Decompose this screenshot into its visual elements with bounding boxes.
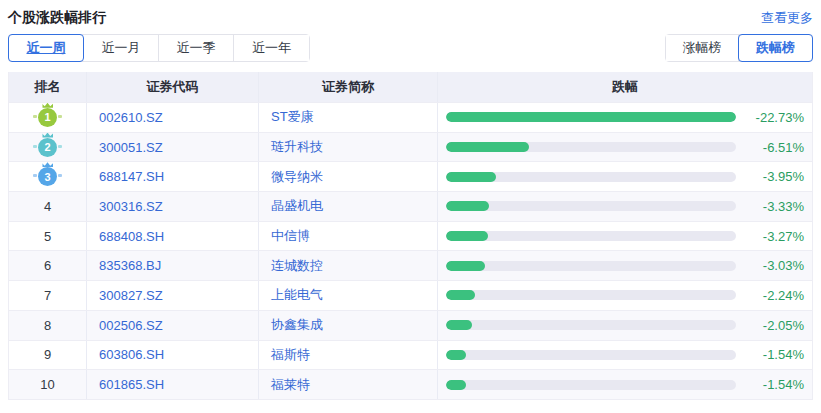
page-title: 个股涨跌幅排行	[8, 9, 106, 27]
stock-code-link[interactable]: 603806.SH	[99, 347, 164, 362]
change-bar	[446, 290, 475, 300]
stock-name-link[interactable]: 上能电气	[271, 286, 323, 304]
rank-number: 10	[40, 377, 54, 392]
view-more-link[interactable]: 查看更多	[761, 9, 813, 27]
tab-last-month[interactable]: 近一月	[84, 35, 159, 61]
toolbar: 近一周 近一月 近一季 近一年 涨幅榜 跌幅榜	[8, 34, 813, 62]
tab-last-week[interactable]: 近一周	[9, 35, 84, 61]
column-header-change: 跌幅	[438, 72, 812, 102]
stock-code-link[interactable]: 688147.SH	[99, 169, 164, 184]
change-percent: -2.05%	[736, 318, 812, 333]
stock-name-link[interactable]: ST爱康	[271, 108, 314, 126]
column-header-rank: 排名	[9, 72, 87, 102]
stock-code-link[interactable]: 002610.SZ	[99, 110, 163, 125]
change-percent: -3.03%	[736, 258, 812, 273]
change-percent: -3.33%	[736, 199, 812, 214]
change-bar	[446, 112, 736, 122]
stock-name-link[interactable]: 晶盛机电	[271, 197, 323, 215]
rank-medal-icon: 2	[38, 138, 57, 157]
change-percent: -3.27%	[736, 229, 812, 244]
change-bar-track	[446, 320, 736, 330]
tab-last-year[interactable]: 近一年	[234, 35, 309, 61]
change-percent: -3.95%	[736, 169, 812, 184]
change-percent: -1.54%	[736, 377, 812, 392]
rank-number: 9	[44, 347, 51, 362]
table-row[interactable]: 1 002610.SZ ST爱康 -22.73%	[9, 102, 812, 132]
rank-number: 7	[44, 288, 51, 303]
tab-losers-board[interactable]: 跌幅榜	[739, 35, 812, 61]
widget-header: 个股涨跌幅排行 查看更多	[8, 0, 813, 30]
change-bar	[446, 142, 529, 152]
board-tabs: 涨幅榜 跌幅榜	[665, 34, 813, 62]
change-bar	[446, 320, 472, 330]
stock-code-link[interactable]: 300051.SZ	[99, 140, 163, 155]
rank-number: 8	[44, 318, 51, 333]
table-row[interactable]: 8 002506.SZ 协鑫集成 -2.05%	[9, 310, 812, 340]
stock-code-link[interactable]: 002506.SZ	[99, 318, 163, 333]
stock-code-link[interactable]: 688408.SH	[99, 229, 164, 244]
stock-name-link[interactable]: 中信博	[271, 227, 310, 245]
change-bar	[446, 380, 466, 390]
change-bar-track	[446, 380, 736, 390]
change-bar-track	[446, 231, 736, 241]
stock-code-link[interactable]: 601865.SH	[99, 377, 164, 392]
rank-medal-icon: 3	[38, 167, 57, 186]
table-row[interactable]: 3 688147.SH 微导纳米 -3.95%	[9, 161, 812, 191]
table-row[interactable]: 10 601865.SH 福莱特 -1.54%	[9, 369, 812, 399]
column-header-name: 证券简称	[259, 72, 438, 102]
stock-name-link[interactable]: 福莱特	[271, 376, 310, 394]
table-row[interactable]: 6 835368.BJ 连城数控 -3.03%	[9, 250, 812, 280]
change-percent: -2.24%	[736, 288, 812, 303]
table-body: 1 002610.SZ ST爱康 -22.73% 2 300051.SZ 琏升科…	[9, 102, 812, 399]
change-bar	[446, 350, 466, 360]
tab-gainers-board[interactable]: 涨幅榜	[666, 35, 739, 61]
change-bar-track	[446, 201, 736, 211]
table-row[interactable]: 4 300316.SZ 晶盛机电 -3.33%	[9, 191, 812, 221]
rank-number: 4	[44, 199, 51, 214]
ranking-table: 排名 证券代码 证券简称 跌幅 1 002610.SZ ST爱康 -22.73%…	[8, 72, 813, 400]
change-bar	[446, 261, 485, 271]
change-bar	[446, 231, 488, 241]
stock-name-link[interactable]: 琏升科技	[271, 138, 323, 156]
change-bar	[446, 201, 489, 211]
stock-name-link[interactable]: 连城数控	[271, 257, 323, 275]
table-row[interactable]: 7 300827.SZ 上能电气 -2.24%	[9, 280, 812, 310]
change-percent: -22.73%	[736, 110, 812, 125]
change-bar-track	[446, 142, 736, 152]
period-tabs: 近一周 近一月 近一季 近一年	[8, 34, 310, 62]
change-percent: -1.54%	[736, 347, 812, 362]
tab-last-quarter[interactable]: 近一季	[159, 35, 234, 61]
change-percent: -6.51%	[736, 140, 812, 155]
change-bar	[446, 172, 496, 182]
table-row[interactable]: 5 688408.SH 中信博 -3.27%	[9, 221, 812, 251]
table-header-row: 排名 证券代码 证券简称 跌幅	[9, 72, 812, 102]
table-row[interactable]: 9 603806.SH 福斯特 -1.54%	[9, 340, 812, 370]
rank-medal-icon: 1	[38, 108, 57, 127]
change-bar-track	[446, 261, 736, 271]
table-row[interactable]: 2 300051.SZ 琏升科技 -6.51%	[9, 132, 812, 162]
stock-code-link[interactable]: 300316.SZ	[99, 199, 163, 214]
stock-ranking-widget: 个股涨跌幅排行 查看更多 近一周 近一月 近一季 近一年 涨幅榜 跌幅榜 排名 …	[0, 0, 821, 400]
change-bar-track	[446, 350, 736, 360]
rank-number: 6	[44, 258, 51, 273]
change-bar-track	[446, 290, 736, 300]
stock-name-link[interactable]: 福斯特	[271, 346, 310, 364]
change-bar-track	[446, 112, 736, 122]
change-bar-track	[446, 172, 736, 182]
stock-name-link[interactable]: 微导纳米	[271, 168, 323, 186]
column-header-code: 证券代码	[87, 72, 259, 102]
rank-number: 5	[44, 229, 51, 244]
stock-name-link[interactable]: 协鑫集成	[271, 316, 323, 334]
stock-code-link[interactable]: 300827.SZ	[99, 288, 163, 303]
stock-code-link[interactable]: 835368.BJ	[99, 258, 161, 273]
